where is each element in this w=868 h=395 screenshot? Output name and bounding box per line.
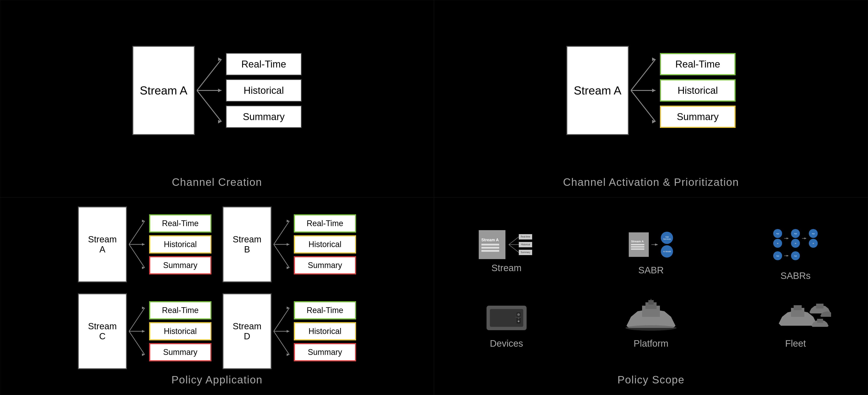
- svg-marker-53: [786, 255, 789, 257]
- scope-sabrs-item: App AI App AI: [773, 222, 818, 281]
- policy-scope-quadrant: Stream A Rea: [434, 197, 868, 395]
- policy-scope-diagram: Stream A Rea: [443, 206, 859, 369]
- svg-marker-5: [218, 89, 221, 92]
- channels-col-d-policy: Real-Time Historical Summary: [294, 301, 356, 361]
- svg-point-60: [518, 320, 520, 322]
- scope-sabrs-diagram: App AI App AI: [773, 222, 818, 267]
- svg-point-57: [517, 313, 520, 316]
- svg-line-27: [129, 331, 145, 355]
- channel-historical-activation: Historical: [660, 79, 736, 102]
- svg-point-66: [625, 325, 677, 331]
- stream-a-box-activation: Stream A: [566, 46, 629, 135]
- svg-marker-29: [142, 330, 145, 333]
- fan-c-policy: [127, 297, 149, 366]
- svg-point-58: [518, 318, 520, 319]
- ch-rt-c: Real-Time: [149, 301, 211, 319]
- scope-stream-flow: Real-time Historical Summary: [508, 230, 534, 259]
- channel-activation-caption: Channel Activation & Prioritization: [563, 176, 739, 188]
- sabr-stream-mini: Stream A: [629, 232, 649, 257]
- svg-line-3: [197, 90, 221, 122]
- svg-line-15: [129, 245, 145, 268]
- channel-activation-quadrant: Stream A Real-Time Historical Summary: [434, 0, 868, 197]
- channel-realtime-creation: Real-Time: [226, 53, 302, 75]
- fleet-ships-icon: [760, 299, 831, 335]
- svg-text:Summary: Summary: [521, 251, 530, 254]
- svg-marker-51: [804, 237, 807, 239]
- channels-col-creation: Real-Time Historical Summary: [226, 53, 302, 128]
- channel-creation-caption: Channel Creation: [172, 176, 262, 188]
- channels-col-b-policy: Real-Time Historical Summary: [294, 214, 356, 275]
- main-layout: Stream A Real-Time: [0, 0, 868, 395]
- svg-line-33: [274, 331, 289, 355]
- ch-sum-c: Summary: [149, 343, 211, 361]
- scope-stream-label: Stream: [491, 263, 522, 273]
- channels-col-a-policy: Real-Time Historical Summary: [149, 214, 211, 275]
- ch-hist-a: Historical: [149, 235, 211, 254]
- stream-d-group: Stream D: [223, 293, 272, 369]
- ch-sum-a: Summary: [149, 256, 211, 275]
- ch-hist-c: Historical: [149, 322, 211, 340]
- stream-d-policy: Stream D: [223, 293, 272, 369]
- scope-platform-label: Platform: [633, 338, 669, 349]
- svg-line-7: [631, 59, 655, 90]
- svg-marker-35: [287, 330, 289, 333]
- channel-creation-quadrant: Stream A Real-Time: [0, 0, 434, 197]
- svg-line-37: [509, 237, 519, 245]
- svg-rect-59: [516, 317, 521, 318]
- scope-stream-diagram: Stream A Rea: [479, 230, 534, 259]
- channel-activation-diagram: Stream A Real-Time Historical Summary: [443, 9, 859, 172]
- ch-rt-b: Real-Time: [294, 214, 356, 233]
- ch-rt-a: Real-Time: [149, 214, 211, 233]
- scope-bar-3: [482, 250, 499, 252]
- channel-historical-creation: Historical: [226, 79, 302, 102]
- svg-marker-49: [786, 237, 789, 239]
- scope-fleet-label: Fleet: [785, 338, 806, 349]
- fan-a-policy: [127, 210, 149, 279]
- svg-marker-11: [652, 89, 655, 92]
- ch-hist-b: Historical: [294, 235, 356, 254]
- channel-realtime-activation: Real-Time: [660, 53, 736, 75]
- stream-a-label-activation: Stream A: [574, 84, 621, 97]
- channels-col-activation: Real-Time Historical Summary: [660, 53, 736, 128]
- scope-sabr-label: SABR: [638, 265, 664, 276]
- svg-line-19: [274, 221, 289, 245]
- fan-b-policy: [272, 210, 294, 279]
- scope-bar-2: [482, 247, 499, 249]
- policy-scope-caption: Policy Scope: [617, 374, 684, 386]
- scope-devices-label: Devices: [490, 338, 523, 349]
- policy-row-cd: Stream C Real-Time Historical: [78, 293, 356, 369]
- stream-a-label: Stream A: [140, 84, 187, 97]
- sabr-circles-stack: App Services AI Model: [661, 232, 673, 257]
- svg-rect-73: [817, 319, 823, 323]
- svg-line-13: [129, 221, 145, 245]
- svg-text:Historical: Historical: [521, 243, 530, 246]
- scope-stream-item: Stream A Rea: [479, 230, 534, 273]
- ch-rt-d: Real-Time: [294, 301, 356, 319]
- policy-application-quadrant: Stream A Real-Time Historical: [0, 197, 434, 395]
- scope-bar-1: [482, 244, 499, 246]
- svg-line-39: [509, 245, 519, 252]
- stream-a-box-creation: Stream A: [132, 46, 195, 135]
- stream-b-group: Stream B: [223, 206, 272, 282]
- channels-col-c-policy: Real-Time Historical Summary: [149, 301, 211, 361]
- ch-hist-d: Historical: [294, 322, 356, 340]
- stream-b-policy: Stream B: [223, 206, 272, 282]
- ch-sum-d: Summary: [294, 343, 356, 361]
- devices-icon: [482, 299, 531, 335]
- svg-rect-64: [648, 300, 654, 305]
- channel-creation-diagram: Stream A Real-Time: [9, 9, 425, 172]
- svg-line-21: [274, 245, 289, 268]
- policy-application-diagram: Stream A Real-Time Historical: [9, 206, 425, 369]
- svg-line-1: [197, 59, 221, 90]
- svg-line-9: [631, 90, 655, 122]
- scope-sabr-diagram: Stream A App Services: [629, 228, 673, 261]
- svg-marker-47: [655, 244, 658, 246]
- policy-row-ab: Stream A Real-Time Historical: [78, 206, 356, 282]
- fan-connector-creation: [195, 46, 226, 135]
- scope-sabrs-label: SABRs: [780, 271, 811, 281]
- scope-devices-item: Devices: [482, 299, 531, 349]
- scope-platform-item: Platform: [624, 299, 678, 349]
- fan-d-policy: [272, 297, 294, 366]
- svg-line-31: [274, 308, 289, 331]
- stream-c-policy: Stream C: [78, 293, 127, 369]
